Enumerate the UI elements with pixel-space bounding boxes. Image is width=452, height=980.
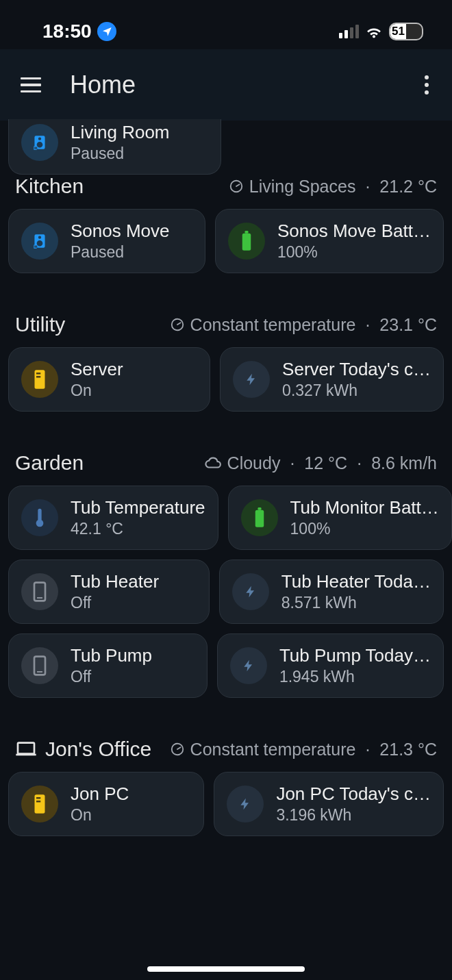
menu-button[interactable] bbox=[21, 77, 41, 93]
section-meta-text: Constant temperature bbox=[190, 740, 356, 759]
svg-rect-23 bbox=[36, 797, 40, 799]
svg-rect-12 bbox=[36, 376, 40, 378]
card-subtitle: 100% bbox=[290, 520, 439, 538]
section-header: UtilityConstant temperature23.1 °C bbox=[8, 313, 444, 347]
card-row: Tub PumpOffTub Pump Today…1.945 kWh bbox=[8, 633, 444, 698]
entity-card[interactable]: Tub Pump Today…1.945 kWh bbox=[217, 633, 444, 698]
card-title: Sonos Move Batt… bbox=[277, 221, 431, 242]
section-title[interactable]: Utility bbox=[15, 313, 65, 336]
section-meta-text: Living Spaces bbox=[249, 177, 356, 197]
section-meta-text: Cloudy bbox=[227, 453, 281, 473]
card-subtitle: 8.571 kWh bbox=[281, 594, 431, 612]
section-header: Jon's OfficeConstant temperature21.3 °C bbox=[8, 738, 444, 772]
more-options-button[interactable] bbox=[419, 70, 434, 100]
app-header: Home bbox=[0, 49, 452, 121]
speaker-icon bbox=[21, 124, 58, 161]
entity-card[interactable]: ServerOn bbox=[8, 347, 210, 412]
entity-card[interactable]: Jon PC Today's c…3.196 kWh bbox=[214, 772, 444, 836]
svg-rect-11 bbox=[36, 373, 40, 375]
device-icon bbox=[21, 647, 58, 684]
section-header: KitchenLiving Spaces21.2 °C bbox=[8, 175, 444, 209]
section-meta-text: Constant temperature bbox=[190, 315, 356, 335]
section-title-text: Garden bbox=[15, 451, 84, 475]
section-meta-value: 21.3 °C bbox=[379, 740, 437, 759]
card-subtitle: Off bbox=[71, 594, 159, 612]
card-title: Tub Monitor Batt… bbox=[290, 497, 439, 518]
svg-rect-2 bbox=[36, 147, 38, 149]
section-meta-value: 21.2 °C bbox=[379, 177, 437, 197]
entity-card[interactable]: Tub Monitor Batt…100% bbox=[228, 486, 452, 550]
gauge-icon bbox=[170, 317, 185, 332]
status-time: 18:50 bbox=[42, 21, 92, 42]
location-icon bbox=[97, 22, 116, 41]
card-subtitle: Paused bbox=[71, 145, 170, 163]
svg-rect-24 bbox=[36, 801, 40, 803]
section-meta-value: 23.1 °C bbox=[379, 315, 437, 335]
cellular-icon bbox=[339, 25, 359, 38]
svg-rect-13 bbox=[255, 510, 264, 527]
card-row: Tub HeaterOffTub Heater Toda…8.571 kWh bbox=[8, 560, 444, 624]
entity-card[interactable]: Jon PCOn bbox=[8, 772, 204, 836]
section-meta[interactable]: Cloudy12 °C8.6 km/h bbox=[204, 453, 437, 473]
card-title: Tub Heater bbox=[71, 571, 159, 592]
home-indicator[interactable] bbox=[147, 966, 305, 972]
card-subtitle: 1.945 kWh bbox=[279, 668, 431, 686]
wifi-icon bbox=[364, 24, 384, 39]
entity-card-living-room[interactable]: Living Room Paused bbox=[8, 119, 221, 175]
status-bar: 18:50 51 bbox=[0, 0, 452, 49]
svg-rect-14 bbox=[258, 507, 261, 510]
card-subtitle: Paused bbox=[71, 243, 170, 262]
svg-rect-16 bbox=[37, 597, 42, 599]
section-title[interactable]: Jon's Office bbox=[15, 738, 151, 761]
entity-card[interactable]: Server Today's c…0.327 kWh bbox=[220, 347, 444, 412]
entity-card[interactable]: Sonos MovePaused bbox=[8, 209, 205, 273]
card-title: Tub Heater Toda… bbox=[281, 571, 431, 592]
laptop-icon bbox=[15, 741, 37, 757]
section-meta-value: 12 °C bbox=[304, 453, 347, 473]
lightning-icon bbox=[227, 786, 264, 822]
svg-rect-8 bbox=[245, 231, 249, 234]
section-garden: GardenCloudy12 °C8.6 km/hTub Temperature… bbox=[8, 451, 444, 698]
page-title: Home bbox=[70, 71, 136, 99]
gauge-icon bbox=[229, 179, 244, 194]
card-title: Sonos Move bbox=[71, 221, 170, 242]
server-icon bbox=[21, 361, 58, 398]
card-title: Tub Pump bbox=[71, 645, 152, 666]
device-icon bbox=[21, 573, 58, 610]
card-subtitle: 0.327 kWh bbox=[282, 381, 431, 400]
svg-rect-6 bbox=[36, 246, 38, 248]
lightning-icon bbox=[230, 647, 267, 684]
entity-card[interactable]: Tub HeaterOff bbox=[8, 560, 210, 624]
section-meta[interactable]: Living Spaces21.2 °C bbox=[229, 177, 437, 197]
card-row: Jon PCOnJon PC Today's c…3.196 kWh bbox=[8, 772, 444, 836]
entity-card[interactable]: Sonos Move Batt…100% bbox=[215, 209, 444, 273]
gauge-icon bbox=[170, 742, 185, 757]
speaker-icon bbox=[21, 223, 58, 260]
server-icon bbox=[21, 786, 58, 822]
card-subtitle: On bbox=[71, 806, 129, 825]
cloud-icon bbox=[204, 456, 222, 470]
battery-icon bbox=[241, 499, 278, 536]
card-subtitle: 42.1 °C bbox=[71, 520, 205, 538]
content-area: Living Room Paused KitchenLiving Spaces2… bbox=[0, 119, 452, 854]
battery-icon bbox=[228, 223, 265, 260]
card-title: Jon PC Today's c… bbox=[276, 783, 431, 805]
card-subtitle: Off bbox=[71, 668, 152, 686]
card-subtitle: On bbox=[71, 381, 123, 400]
entity-card[interactable]: Tub PumpOff bbox=[8, 633, 208, 698]
section-title-text: Jon's Office bbox=[45, 738, 151, 761]
entity-card[interactable]: Tub Heater Toda…8.571 kWh bbox=[219, 560, 444, 624]
entity-card[interactable]: Tub Temperature42.1 °C bbox=[8, 486, 218, 550]
svg-rect-7 bbox=[242, 234, 251, 251]
card-row: ServerOnServer Today's c…0.327 kWh bbox=[8, 347, 444, 412]
section-meta[interactable]: Constant temperature21.3 °C bbox=[170, 740, 437, 759]
section-meta-extra: 8.6 km/h bbox=[371, 453, 437, 473]
card-subtitle: 100% bbox=[277, 243, 431, 262]
section-title[interactable]: Kitchen bbox=[15, 175, 84, 198]
section-title[interactable]: Garden bbox=[15, 451, 84, 475]
card-title: Living Room bbox=[71, 122, 170, 143]
card-title: Tub Temperature bbox=[71, 497, 205, 518]
lightning-icon bbox=[232, 573, 269, 610]
section-meta[interactable]: Constant temperature23.1 °C bbox=[170, 315, 437, 335]
thermometer-icon bbox=[21, 499, 58, 536]
